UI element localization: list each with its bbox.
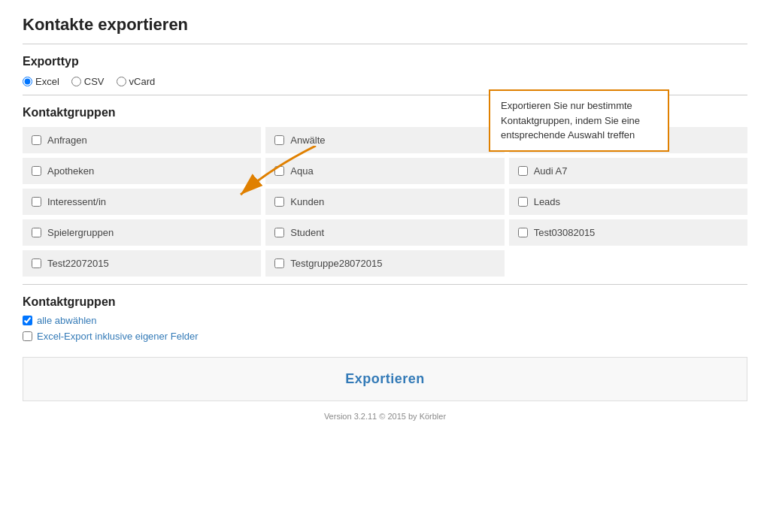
group-item-empty (509, 250, 747, 277)
csv-label: CSV (84, 76, 105, 87)
excel-label: Excel (35, 76, 59, 87)
group-item-apotheken1[interactable]: Apotheken (509, 127, 747, 153)
csv-radio-label[interactable]: CSV (71, 76, 105, 87)
excel-radio[interactable] (23, 77, 32, 86)
group-item-anwaelte[interactable]: Anwälte (265, 127, 504, 153)
group-checkbox-audi-a7[interactable] (518, 166, 528, 176)
page-title: Kontakte exportieren (23, 15, 747, 35)
group-label-student: Student (290, 227, 324, 238)
excel-export-checkbox[interactable] (23, 331, 32, 341)
group-item-interessentin[interactable]: Interessent/in (23, 189, 261, 215)
group-label-apotheken1: Apotheken (534, 135, 581, 146)
vcard-radio-label[interactable]: vCard (117, 76, 156, 87)
divider-top (23, 44, 747, 44)
group-item-testgruppe28072015[interactable]: Testgruppe28072015 (265, 250, 504, 277)
group-checkbox-apotheken2[interactable] (32, 166, 41, 176)
group-label-kunden: Kunden (290, 196, 324, 207)
group-item-kunden[interactable]: Kunden (265, 189, 504, 215)
group-label-interessentin: Interessent/in (47, 196, 106, 207)
group-label-test03082015: Test03082015 (534, 227, 596, 238)
group-checkbox-test03082015[interactable] (518, 228, 528, 237)
alle-abwaehlen-label: alle abwählen (37, 315, 97, 326)
group-item-leads[interactable]: Leads (509, 189, 747, 215)
excel-export-label: Excel-Export inklusive eigener Felder (37, 331, 199, 342)
group-checkbox-kunden[interactable] (274, 197, 284, 207)
group-item-student[interactable]: Student (265, 219, 504, 246)
group-item-spielergruppen[interactable]: Spielergruppen (23, 219, 261, 246)
group-checkbox-spielergruppen[interactable] (32, 228, 41, 237)
group-label-anfragen: Anfragen (47, 135, 87, 146)
groups-grid: Anfragen Anwälte Apotheken Apotheken Aqu… (23, 127, 747, 277)
group-item-test03082015[interactable]: Test03082015 (509, 219, 747, 246)
group-checkbox-testgruppe28072015[interactable] (274, 258, 284, 268)
group-label-spielergruppen: Spielergruppen (47, 227, 114, 238)
group-label-anwaelte: Anwälte (290, 135, 325, 146)
group-item-apotheken2[interactable]: Apotheken (23, 158, 261, 184)
group-item-anfragen[interactable]: Anfragen (23, 127, 261, 153)
divider-mid (23, 95, 747, 95)
group-label-testgruppe28072015: Testgruppe28072015 (290, 258, 382, 269)
group-item-test22072015[interactable]: Test22072015 (23, 250, 261, 277)
group-checkbox-student[interactable] (274, 228, 284, 237)
alle-abwaehlen-checkbox[interactable] (23, 316, 32, 325)
group-item-audi-a7[interactable]: Audi A7 (509, 158, 747, 184)
vcard-radio[interactable] (117, 77, 126, 86)
export-type-row: Excel CSV vCard (23, 76, 747, 87)
group-item-aqua[interactable]: Aqua (265, 158, 504, 184)
group-label-aqua: Aqua (290, 165, 313, 177)
group-label-apotheken2: Apotheken (47, 165, 94, 177)
alle-abwaehlen-row: alle abwählen (23, 315, 747, 326)
group-checkbox-apotheken1[interactable] (518, 135, 528, 145)
export-button[interactable]: Exportieren (345, 371, 425, 387)
excel-export-row: Excel-Export inklusive eigener Felder (23, 331, 747, 342)
bottom-section-title: Kontaktgruppen (23, 295, 747, 309)
excel-radio-label[interactable]: Excel (23, 76, 59, 87)
group-label-audi-a7: Audi A7 (534, 165, 568, 177)
group-checkbox-anwaelte[interactable] (274, 135, 284, 145)
export-type-section-title: Exporttyp (23, 55, 747, 68)
group-label-leads: Leads (534, 196, 560, 207)
group-checkbox-test22072015[interactable] (32, 258, 41, 268)
bottom-section: Kontaktgruppen alle abwählen Excel-Expor… (23, 295, 747, 342)
group-checkbox-interessentin[interactable] (32, 197, 41, 207)
export-button-bar: Exportieren (23, 357, 747, 401)
contact-groups-title: Kontaktgruppen (23, 106, 747, 119)
divider-bottom (23, 284, 747, 285)
csv-radio[interactable] (71, 77, 81, 86)
group-label-test22072015: Test22072015 (47, 258, 109, 269)
group-checkbox-leads[interactable] (518, 197, 528, 207)
group-checkbox-aqua[interactable] (274, 166, 284, 176)
page-wrapper: Kontakte exportieren Exporttyp Excel CSV… (0, 0, 770, 436)
group-checkbox-anfragen[interactable] (32, 135, 41, 145)
contact-groups-section: Kontaktgruppen Anfragen Anwälte Apotheke… (23, 106, 747, 277)
vcard-label: vCard (129, 76, 156, 87)
footer: Version 3.2.11 © 2015 by Körbler (23, 412, 747, 421)
